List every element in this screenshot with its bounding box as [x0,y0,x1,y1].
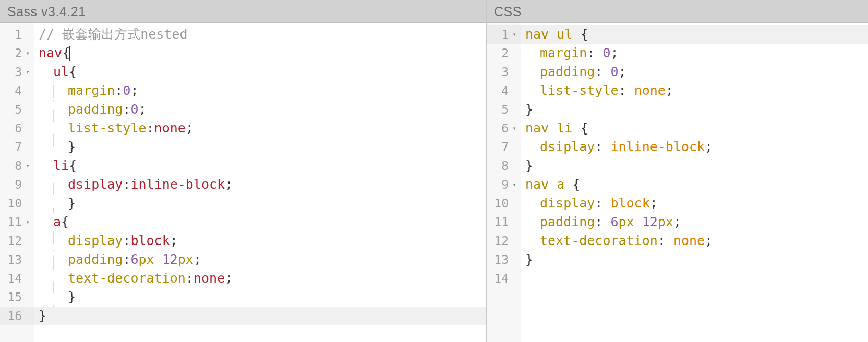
code-token: : [147,120,154,136]
gutter-row[interactable]: 7 [487,138,521,156]
css-code[interactable]: nav ul {margin: 0;padding: 0;list-style:… [521,23,868,342]
code-token [564,177,572,192]
code-line[interactable]: margin:0; [34,81,486,100]
gutter-row[interactable]: 14 [487,269,521,288]
code-token: ; [705,139,713,154]
code-line[interactable]: padding:0; [34,100,486,119]
code-line[interactable]: // 嵌套输出方式nested [34,25,486,44]
code-line[interactable]: display:block; [34,231,486,250]
code-line[interactable]: } [34,194,486,213]
gutter-row[interactable]: 1▾ [487,25,521,44]
gutter-row[interactable]: 11 [487,213,521,231]
gutter-row[interactable]: 8 [487,156,521,175]
code-token: display [540,196,595,211]
code-line[interactable]: ul{ [34,63,486,81]
sass-gutter[interactable]: 12▾3▾45678▾91011▾1213141516 [0,23,34,342]
gutter-row[interactable]: 1 [0,25,34,44]
gutter-row[interactable]: 8▾ [0,156,34,175]
gutter-row[interactable]: 4 [0,81,34,100]
line-number: 8 [7,156,22,175]
code-token: ; [186,120,194,136]
code-line[interactable]: dsiplay: inline-block; [521,138,868,156]
gutter-row[interactable]: 6 [0,119,34,138]
code-token: inline-block [610,139,705,154]
code-line[interactable]: nav a { [521,175,868,194]
code-line[interactable]: padding: 0; [521,63,868,81]
code-token: ; [650,196,658,211]
gutter-row[interactable]: 13 [487,250,521,269]
gutter-row[interactable]: 7 [0,138,34,156]
code-line[interactable]: display: block; [521,194,868,213]
gutter-row[interactable]: 14 [0,269,34,288]
code-line[interactable]: } [34,307,486,325]
gutter-row[interactable]: 9 [0,175,34,194]
code-line[interactable]: li{ [34,156,486,175]
code-line[interactable]: padding: 6px 12px; [521,213,868,231]
code-line[interactable]: text-decoration: none; [521,231,868,250]
code-line[interactable]: nav ul { [521,25,868,44]
sass-editor[interactable]: 12▾3▾45678▾91011▾1213141516 // 嵌套输出方式nes… [0,23,486,342]
gutter-row[interactable]: 9▾ [487,175,521,194]
code-token: ul [53,64,69,79]
code-line[interactable] [521,269,868,288]
line-number: 4 [7,81,22,100]
fold-toggle-icon[interactable]: ▾ [24,44,31,63]
code-token: a [53,214,61,229]
code-line[interactable]: nav{ [34,44,486,63]
code-line[interactable]: margin: 0; [521,44,868,63]
code-token: px [178,252,194,267]
code-token: 0 [123,83,130,98]
gutter-row[interactable]: 13 [0,250,34,269]
code-token [549,120,557,136]
code-token: none [673,233,705,248]
code-line[interactable]: nav li { [521,119,868,138]
css-gutter[interactable]: 1▾23456▾789▾1011121314 [487,23,521,342]
gutter-row[interactable]: 12 [0,231,34,250]
gutter-row[interactable]: 12 [487,231,521,250]
gutter-row[interactable]: 5 [0,100,34,119]
fold-toggle-icon[interactable]: ▾ [24,63,31,81]
code-line[interactable]: } [34,288,486,307]
css-editor[interactable]: 1▾23456▾789▾1011121314 nav ul {margin: 0… [487,23,868,342]
fold-toggle-icon[interactable]: ▾ [24,156,31,175]
gutter-row[interactable]: 3▾ [0,63,34,81]
code-line[interactable]: text-decoration:none; [34,269,486,288]
indent-guide [39,194,53,213]
gutter-row[interactable]: 10 [0,194,34,213]
code-token: li [557,120,572,136]
code-line[interactable]: list-style:none; [34,119,486,138]
gutter-row[interactable]: 11▾ [0,213,34,231]
gutter-row[interactable]: 15 [0,288,34,307]
code-line[interactable]: a{ [34,213,486,231]
gutter-row[interactable]: 16 [0,307,34,325]
code-token: 12 [162,252,178,267]
code-line[interactable]: } [34,138,486,156]
fold-toggle-icon[interactable]: ▾ [511,25,518,44]
code-line[interactable]: } [521,250,868,269]
gutter-row[interactable]: 5 [487,100,521,119]
code-line[interactable]: dsiplay:inline-block; [34,175,486,194]
gutter-row[interactable]: 10 [487,194,521,213]
fold-toggle-icon[interactable]: ▾ [511,175,518,194]
fold-toggle-icon[interactable]: ▾ [511,119,518,138]
code-line[interactable]: } [521,100,868,119]
gutter-row[interactable]: 6▾ [487,119,521,138]
gutter-row[interactable]: 4 [487,81,521,100]
code-line[interactable]: padding:6px 12px; [34,250,486,269]
code-line[interactable]: list-style: none; [521,81,868,100]
indent-guide [53,100,68,119]
code-token: nav [525,177,549,192]
line-number: 13 [494,250,509,269]
code-token: : [123,177,130,192]
gutter-row[interactable]: 3 [487,63,521,81]
gutter-row[interactable]: 2 [487,44,521,63]
fold-toggle-icon[interactable]: ▾ [24,213,31,231]
code-token: none [194,271,225,286]
code-line[interactable]: } [521,156,868,175]
indent-guide [39,175,53,194]
indent-guide [53,138,68,156]
gutter-row[interactable]: 2▾ [0,44,34,63]
code-token [549,27,557,42]
code-token: nav [525,27,549,42]
sass-code[interactable]: // 嵌套输出方式nestednav{ul{margin:0;padding:0… [34,23,486,342]
